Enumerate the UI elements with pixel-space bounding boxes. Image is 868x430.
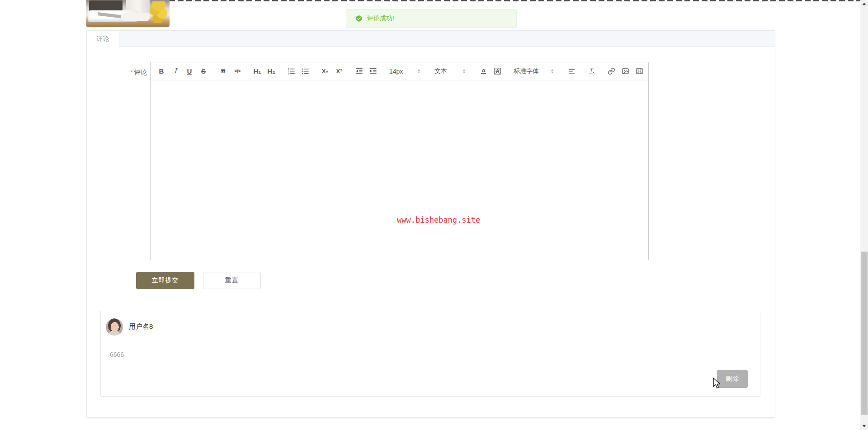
reset-button[interactable]: 重置 — [203, 272, 261, 289]
tab-comments[interactable]: 评论 — [87, 31, 119, 47]
font-family-select[interactable]: 标准字体 — [511, 65, 558, 78]
top-dashed-divider — [169, 0, 860, 1]
toast-message: 评论成功! — [367, 14, 394, 23]
editor-toolbar: BIUS❞</>H₁H₂X₂X²14px文本标准字体 — [151, 62, 648, 80]
comment-username: 用户名8 — [129, 322, 153, 331]
submit-button[interactable]: 立即提交 — [136, 272, 194, 289]
required-mark: * — [131, 69, 133, 76]
comment-field-label: *评论 — [104, 68, 147, 77]
scrollbar-thumb[interactable] — [861, 252, 868, 415]
hotel-room-image — [86, 0, 170, 27]
tab-header: 评论 — [87, 30, 775, 47]
paragraph-type-select[interactable]: 文本 — [432, 65, 470, 78]
hotel-image-flowers — [150, 1, 168, 23]
indent-increase-button[interactable] — [367, 65, 379, 78]
video-button[interactable] — [633, 65, 646, 78]
unordered-list-button[interactable] — [299, 65, 311, 78]
header2-button[interactable]: H₂ — [265, 65, 278, 78]
caret-updown-icon — [461, 68, 467, 74]
indent-decrease-button[interactable] — [353, 65, 365, 78]
caret-updown-icon — [549, 68, 555, 74]
font-color-button[interactable] — [477, 65, 490, 78]
comment-card: 用户名8 6666 删除 — [100, 311, 760, 397]
comment-content: 6666 — [110, 351, 124, 358]
bold-button[interactable]: B — [155, 65, 168, 78]
success-toast: 评论成功! — [346, 9, 517, 28]
superscript-button[interactable]: X² — [333, 65, 345, 78]
header1-button[interactable]: H₁ — [251, 65, 264, 78]
image-button[interactable] — [619, 65, 632, 78]
delete-comment-button[interactable]: 删除 — [717, 370, 748, 388]
ordered-list-button[interactable] — [285, 65, 297, 78]
strikethrough-button[interactable]: S — [197, 65, 210, 78]
code-button[interactable]: </> — [231, 65, 244, 78]
clear-format-button[interactable] — [585, 65, 598, 78]
editor-content[interactable]: www.bishebang.site — [151, 81, 648, 261]
bg-color-button[interactable] — [491, 65, 504, 78]
caret-updown-icon — [416, 68, 422, 74]
italic-button[interactable]: I — [169, 65, 182, 78]
link-button[interactable] — [605, 65, 618, 78]
underline-button[interactable]: U — [183, 65, 196, 78]
align-button[interactable] — [565, 65, 578, 78]
subscript-button[interactable]: X₂ — [319, 65, 331, 78]
hotel-image-second-bed — [121, 13, 150, 21]
comment-field-label-text: 评论 — [134, 69, 147, 76]
watermark-text: www.bishebang.site — [397, 215, 480, 224]
scroll-up-icon[interactable] — [860, 0, 868, 8]
blockquote-button[interactable]: ❞ — [217, 65, 230, 78]
vertical-scrollbar[interactable] — [860, 0, 868, 430]
scroll-down-icon[interactable] — [860, 422, 868, 430]
check-circle-icon — [355, 15, 363, 22]
font-size-select[interactable]: 14px — [387, 65, 425, 78]
avatar — [106, 318, 123, 336]
tab-comments-label: 评论 — [97, 35, 109, 43]
rich-text-editor: BIUS❞</>H₁H₂X₂X²14px文本标准字体 www.bishebang… — [150, 62, 649, 261]
hotel-image-headboard — [89, 0, 123, 11]
